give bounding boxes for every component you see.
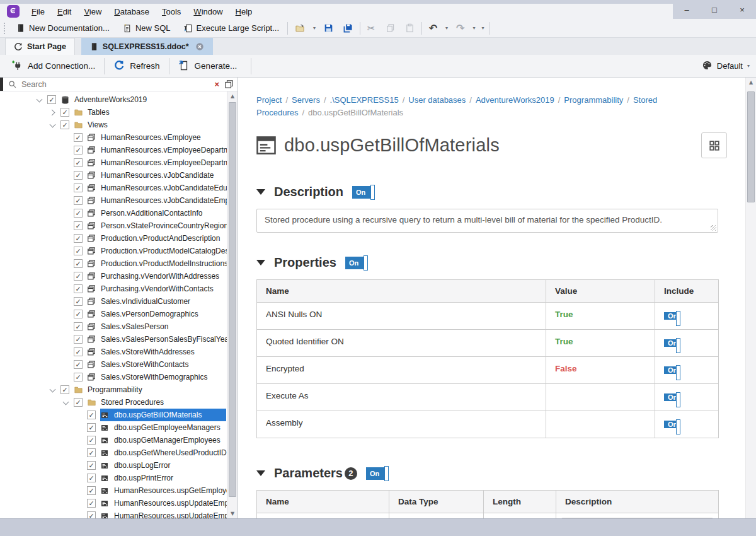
include-toggle[interactable]: On <box>664 421 677 428</box>
maximize-button[interactable]: □ <box>701 0 728 19</box>
copy-button[interactable] <box>381 19 400 37</box>
documents-panel-icon[interactable] <box>223 79 238 89</box>
tree-checkbox[interactable]: ✓ <box>60 385 69 394</box>
chevron-down-icon[interactable]: ▾ <box>479 25 488 31</box>
tree-checkbox[interactable]: ✓ <box>87 499 96 508</box>
tree-item[interactable]: ✓HumanResources.uspUpdateEmploy... <box>0 497 226 510</box>
execute-large-script-button[interactable]: Execute Large Script... <box>177 19 286 37</box>
tree-item[interactable]: ✓dbo.uspGetWhereUsedProductID <box>0 446 226 459</box>
tree-item[interactable]: ✓Purchasing.vVendorWithContacts <box>0 283 226 295</box>
tree-item[interactable]: ✓Stored Procedures <box>0 396 226 409</box>
chevron-expanded-icon[interactable] <box>37 97 42 102</box>
chevron-expanded-icon[interactable] <box>63 400 68 405</box>
tree-item[interactable]: ✓HumanResources.vEmployeeDepartme... <box>0 156 226 169</box>
chevron-down-icon[interactable]: ▾ <box>469 25 478 31</box>
tree-item[interactable]: ✓HumanResources.vJobCandidate <box>0 169 226 182</box>
close-tab-icon[interactable] <box>195 42 204 51</box>
tree-checkbox[interactable]: ✓ <box>87 436 96 445</box>
tree-checkbox[interactable]: ✓ <box>74 297 83 306</box>
scrollbar-thumb[interactable] <box>229 102 236 497</box>
tree-checkbox[interactable]: ✓ <box>87 411 96 419</box>
tree-checkbox[interactable]: ✓ <box>87 461 96 470</box>
tree-checkbox[interactable]: ✓ <box>87 423 96 432</box>
tree-item[interactable]: ✓HumanResources.vJobCandidateEduca... <box>0 182 226 194</box>
tree-checkbox[interactable]: ✓ <box>47 95 56 104</box>
tree-checkbox[interactable]: ✓ <box>74 272 83 281</box>
tab-start-page[interactable]: Start Page <box>5 38 75 55</box>
tree-checkbox[interactable]: ✓ <box>74 373 83 382</box>
tree-checkbox[interactable]: ✓ <box>60 120 69 129</box>
tree-item[interactable]: ✓AdventureWorks2019 <box>0 93 226 106</box>
close-button[interactable]: × <box>728 0 756 19</box>
tree-scrollbar[interactable]: ▲ ▼ <box>227 91 238 518</box>
tree-checkbox[interactable]: ✓ <box>74 284 83 293</box>
tree-item[interactable]: ✓Person.vStateProvinceCountryRegion <box>0 219 226 232</box>
properties-toggle[interactable]: On <box>345 257 365 269</box>
tree-item[interactable]: ✓Sales.vSalesPersonSalesByFiscalYears <box>0 333 226 346</box>
tree-checkbox[interactable]: ✓ <box>87 486 96 495</box>
menu-file[interactable]: File <box>25 5 51 18</box>
tab-sqlexpress15-ddoc[interactable]: SQLEXPRESS15.ddoc* <box>81 38 213 55</box>
menu-edit[interactable]: Edit <box>51 5 77 18</box>
redo-button[interactable]: ↷ <box>451 19 469 37</box>
layout-grid-button[interactable] <box>701 132 727 158</box>
chevron-expanded-icon[interactable] <box>50 122 55 127</box>
tree-item[interactable]: ✓Sales.vStoreWithAddresses <box>0 346 226 358</box>
tree-item[interactable]: ✓Programmability <box>0 383 226 396</box>
minimize-button[interactable]: – <box>673 0 701 19</box>
scroll-down-icon[interactable]: ▼ <box>227 511 238 516</box>
tree-item[interactable]: ✓Sales.vIndividualCustomer <box>0 295 226 308</box>
refresh-button[interactable]: Refresh <box>105 55 168 77</box>
tree-item[interactable]: ✓Purchasing.vVendorWithAddresses <box>0 270 226 283</box>
tree-checkbox[interactable]: ✓ <box>74 221 83 230</box>
parameter-description-textarea[interactable]: Input parameter for the stored procedure… <box>561 518 713 518</box>
tree-item[interactable]: ✓HumanResources.vJobCandidateEmplo... <box>0 194 226 207</box>
tree-item[interactable]: ✓dbo.uspGetEmployeeManagers <box>0 421 226 434</box>
tree-checkbox[interactable]: ✓ <box>74 360 83 369</box>
include-toggle[interactable]: On <box>664 312 677 320</box>
tree-item[interactable]: ✓Sales.vStoreWithDemographics <box>0 371 226 383</box>
include-toggle[interactable]: On <box>664 393 677 401</box>
search-input[interactable] <box>21 80 210 89</box>
menu-tools[interactable]: Tools <box>156 5 187 18</box>
tree-item[interactable]: ✓Person.vAdditionalContactInfo <box>0 207 226 219</box>
scrollbar-thumb[interactable] <box>747 91 755 202</box>
open-file-button[interactable] <box>290 19 310 37</box>
tree-item[interactable]: ✓Tables <box>0 106 226 119</box>
tree-checkbox[interactable]: ✓ <box>74 335 83 344</box>
breadcrumb-link[interactable]: Servers <box>292 95 320 105</box>
tree-checkbox[interactable]: ✓ <box>74 398 83 407</box>
tree-item[interactable]: ✓Sales.vPersonDemographics <box>0 308 226 320</box>
tree-checkbox[interactable]: ✓ <box>74 196 83 205</box>
parameters-toggle[interactable]: On <box>366 467 386 480</box>
theme-selector[interactable]: Default ▾ <box>702 60 750 73</box>
menu-help[interactable]: Help <box>229 5 259 18</box>
add-connection-button[interactable]: Add Connection... <box>3 55 104 77</box>
undo-button[interactable]: ↶ <box>424 19 442 37</box>
tree-item[interactable]: ✓dbo.uspPrintError <box>0 472 226 484</box>
tree-checkbox[interactable]: ✓ <box>74 146 83 154</box>
tree-checkbox[interactable]: ✓ <box>60 108 69 117</box>
tree-checkbox[interactable]: ✓ <box>74 247 83 255</box>
tree-checkbox[interactable]: ✓ <box>74 347 83 356</box>
cut-button[interactable]: ✂ <box>362 19 381 37</box>
tree-item[interactable]: ✓HumanResources.vEmployee <box>0 131 226 144</box>
save-all-button[interactable] <box>338 19 358 37</box>
tree-checkbox[interactable]: ✓ <box>74 209 83 218</box>
tree-item[interactable]: ✓Production.vProductModelCatalogDescr... <box>0 245 226 257</box>
clear-search-icon[interactable]: × <box>210 79 223 89</box>
chevron-collapsed-icon[interactable] <box>50 110 55 115</box>
breadcrumb-link[interactable]: .\SQLEXPRESS15 <box>330 95 399 105</box>
generate-button[interactable]: Generate... <box>169 55 246 77</box>
description-textarea[interactable]: Stored procedure using a recursive query… <box>256 209 718 233</box>
tree-checkbox[interactable]: ✓ <box>87 511 96 518</box>
tree-item[interactable]: ✓HumanResources.vEmployeeDepartment <box>0 144 226 156</box>
scroll-up-icon[interactable]: ▲ <box>746 79 756 85</box>
new-documentation-button[interactable]: New Documentation... <box>10 19 116 37</box>
tree-item[interactable]: ✓Production.vProductAndDescription <box>0 232 226 245</box>
tree-checkbox[interactable]: ✓ <box>74 259 83 268</box>
description-toggle[interactable]: On <box>352 186 372 199</box>
tree-item[interactable]: ✓Sales.vStoreWithContacts <box>0 358 226 371</box>
tree-item[interactable]: ✓dbo.uspGetManagerEmployees <box>0 434 226 446</box>
collapse-triangle-icon[interactable] <box>256 260 265 265</box>
